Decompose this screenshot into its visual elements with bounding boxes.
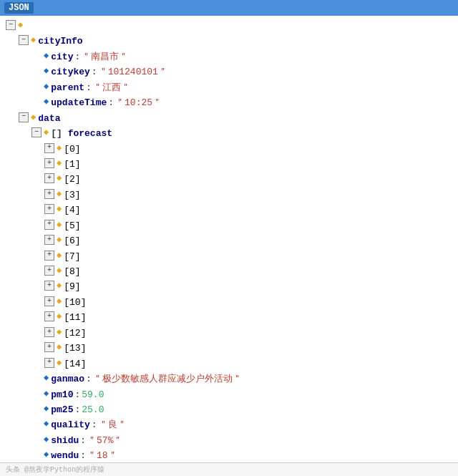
forecast-node: − ◆ [] forecast xyxy=(6,126,452,141)
arr-key-11: [11] xyxy=(64,310,86,325)
wendu-node: ◆ wendu : ＂18＂ xyxy=(6,448,452,463)
arr-toggle-12[interactable]: + xyxy=(44,327,54,337)
arr-key-8: [8] xyxy=(64,264,80,279)
quality-value: ＂良＂ xyxy=(99,417,127,432)
arr-toggle-7[interactable]: + xyxy=(44,251,54,261)
ganmao-node: ◆ ganmao : ＂极少数敏感人群应减少户外活动＂ xyxy=(6,371,452,387)
shidu-icon: ◆ xyxy=(44,433,49,447)
arr-toggle-1[interactable]: + xyxy=(44,158,54,168)
pm25-icon: ◆ xyxy=(44,402,49,417)
arr-icon-13: ◆ xyxy=(57,341,62,355)
arr-key-7: [7] xyxy=(64,249,80,264)
city-key: city xyxy=(51,49,73,64)
arr-key-10: [10] xyxy=(64,295,86,310)
arr-toggle-9[interactable]: + xyxy=(44,281,54,291)
data-toggle[interactable]: − xyxy=(19,112,29,122)
arr-item-5: + ◆ [5] xyxy=(6,218,452,233)
arr-icon-10: ◆ xyxy=(57,295,62,309)
arr-item-7: + ◆ [7] xyxy=(6,249,452,264)
arr-toggle-2[interactable]: + xyxy=(44,173,54,183)
citykey-node: ◆ citykey : ＂101240101＂ xyxy=(6,64,452,79)
arr-toggle-13[interactable]: + xyxy=(44,342,54,352)
updatetime-node: ◆ updateTime : ＂10:25＂ xyxy=(6,95,452,110)
arr-item-10: + ◆ [10] xyxy=(6,295,452,310)
arr-icon-7: ◆ xyxy=(57,249,62,263)
arr-item-0: + ◆ [0] xyxy=(6,142,452,157)
arr-icon-4: ◆ xyxy=(57,203,62,217)
data-key: data xyxy=(38,111,60,126)
footer-bar: 头条 @熬夜学Python的程序猿 xyxy=(0,462,458,476)
arr-key-9: [9] xyxy=(64,279,80,294)
arr-key-5: [5] xyxy=(64,218,80,233)
cityinfo-icon: ◆ xyxy=(31,34,36,48)
arr-item-13: + ◆ [13] xyxy=(6,341,452,356)
citykey-icon: ◆ xyxy=(44,64,49,79)
pm10-value: 59.0 xyxy=(82,387,104,402)
cityinfo-key: cityInfo xyxy=(38,34,82,49)
forecast-icon: ◆ xyxy=(44,126,49,140)
citykey-key: citykey xyxy=(51,64,90,79)
arr-toggle-10[interactable]: + xyxy=(44,296,54,306)
arr-icon-1: ◆ xyxy=(57,157,62,171)
arr-item-2: + ◆ [2] xyxy=(6,172,452,187)
city-value: ＂南昌市＂ xyxy=(82,49,128,64)
shidu-node: ◆ shidu : ＂57%＂ xyxy=(6,433,452,448)
arr-icon-3: ◆ xyxy=(57,188,62,202)
arr-icon-5: ◆ xyxy=(57,218,62,233)
arr-key-6: [6] xyxy=(64,233,80,248)
arr-toggle-11[interactable]: + xyxy=(44,311,54,321)
arr-item-11: + ◆ [11] xyxy=(6,310,452,325)
updatetime-value: ＂10:25＂ xyxy=(115,95,162,110)
arr-key-3: [3] xyxy=(64,188,80,203)
arr-toggle-3[interactable]: + xyxy=(44,189,54,199)
arr-toggle-5[interactable]: + xyxy=(44,220,54,230)
parent-icon: ◆ xyxy=(44,80,49,94)
updatetime-key: updateTime xyxy=(51,95,107,110)
city-indent xyxy=(31,49,42,59)
arr-item-1: + ◆ [1] xyxy=(6,157,452,172)
wendu-icon: ◆ xyxy=(44,448,49,462)
root-node: − ◆ xyxy=(6,19,452,34)
tree-container[interactable]: − ◆ − ◆ cityInfo ◆ city : ＂南昌市＂ ◆ cityke… xyxy=(0,16,458,476)
arr-icon-14: ◆ xyxy=(57,356,62,371)
arr-item-8: + ◆ [8] xyxy=(6,264,452,279)
arr-icon-12: ◆ xyxy=(57,326,62,340)
toolbar: JSON xyxy=(0,0,458,16)
arr-toggle-4[interactable]: + xyxy=(44,204,54,214)
arr-toggle-6[interactable]: + xyxy=(44,235,54,245)
arr-item-4: + ◆ [4] xyxy=(6,203,452,218)
root-key xyxy=(25,19,31,34)
parent-key: parent xyxy=(51,80,84,95)
arr-icon-9: ◆ xyxy=(57,279,62,293)
ganmao-icon: ◆ xyxy=(44,371,49,386)
arr-icon-2: ◆ xyxy=(57,172,62,186)
shidu-key: shidu xyxy=(51,433,79,448)
arr-toggle-14[interactable]: + xyxy=(44,358,54,368)
arr-icon-8: ◆ xyxy=(57,264,62,278)
cityinfo-toggle[interactable]: − xyxy=(19,35,29,45)
arr-icon-6: ◆ xyxy=(57,233,62,248)
arr-key-1: [1] xyxy=(64,157,80,172)
arr-toggle-0[interactable]: + xyxy=(44,143,54,153)
forecast-toggle[interactable]: − xyxy=(31,127,42,137)
quality-icon: ◆ xyxy=(44,417,49,432)
ganmao-value: ＂极少数敏感人群应减少户外活动＂ xyxy=(93,371,242,387)
arr-key-14: [14] xyxy=(64,356,86,371)
root-toggle[interactable]: − xyxy=(6,20,16,30)
pm25-node: ◆ pm25 : 25.0 xyxy=(6,402,452,417)
arr-toggle-8[interactable]: + xyxy=(44,266,54,276)
cityinfo-node: − ◆ cityInfo xyxy=(6,34,452,49)
quality-key: quality xyxy=(51,417,90,432)
forecast-label: [] forecast xyxy=(51,126,112,141)
ganmao-key: ganmao xyxy=(51,371,84,387)
updatetime-indent xyxy=(31,95,42,105)
pm10-icon: ◆ xyxy=(44,387,49,402)
wendu-key: wendu xyxy=(51,448,79,463)
updatetime-icon: ◆ xyxy=(44,95,49,110)
arr-icon-11: ◆ xyxy=(57,310,62,324)
arr-icon-0: ◆ xyxy=(57,142,62,156)
parent-indent xyxy=(31,80,42,90)
arr-item-6: + ◆ [6] xyxy=(6,233,452,248)
shidu-value: ＂57%＂ xyxy=(87,433,122,448)
parent-node: ◆ parent : ＂江西＂ xyxy=(6,80,452,95)
